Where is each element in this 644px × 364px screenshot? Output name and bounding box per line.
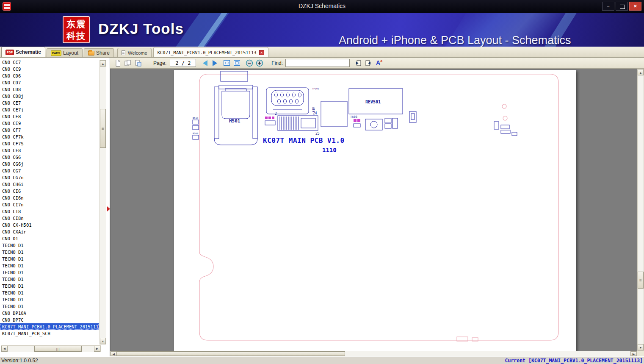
- list-item[interactable]: CNO CF8: [0, 147, 99, 154]
- logo-text-line1: 东震: [64, 18, 89, 30]
- brand-title: DZKJ Tools: [98, 20, 184, 37]
- scrollbar-thumb[interactable]: [100, 109, 106, 148]
- scroll-up-icon[interactable]: [638, 69, 644, 75]
- label-rev501: REV501: [365, 100, 381, 104]
- list-item[interactable]: CNO CD8: [0, 86, 99, 93]
- scroll-down-icon[interactable]: [100, 338, 106, 344]
- label-pin2: 2: [275, 112, 277, 116]
- tab-welcome[interactable]: Welcome: [117, 48, 152, 57]
- label-pin24: 24: [313, 111, 317, 115]
- component-right-parts: [409, 104, 517, 136]
- list-item[interactable]: CNO CI6n: [0, 195, 99, 201]
- zoom-out-icon[interactable]: [245, 59, 254, 67]
- list-item[interactable]: TECNO D1: [0, 303, 99, 310]
- list-item[interactable]: CNO CI8n: [0, 215, 99, 222]
- close-tab-icon[interactable]: [259, 50, 264, 55]
- scrollbar-thumb[interactable]: [34, 346, 82, 352]
- schematic-file-list: CNO CC7 CNO CC9 CNO CD6 CNO CD7 CNO CD8 …: [0, 59, 99, 345]
- list-item[interactable]: CNO CXAir: [0, 228, 99, 235]
- tab-layout[interactable]: PADS Layout: [47, 48, 83, 57]
- window-title: DZKJ Schematics: [0, 3, 644, 9]
- list-item[interactable]: TECNO D1: [0, 242, 99, 249]
- scroll-right-icon[interactable]: [94, 346, 100, 352]
- app-window: DZKJ Schematics 东震 科技 DZKJ Tools Android…: [0, 0, 644, 364]
- logo-text-line2: 科技: [64, 30, 89, 42]
- list-item[interactable]: CNO CE9: [0, 120, 99, 127]
- scroll-left-icon[interactable]: [1, 346, 8, 352]
- tab-current-label: KC07T_MANI_PCBV1.0_PLACEMENT_20151113: [158, 50, 257, 55]
- list-item[interactable]: CNO CG6j: [0, 161, 99, 167]
- list-item[interactable]: TECNO D1: [0, 296, 99, 303]
- find-input[interactable]: [285, 59, 350, 67]
- find-previous-icon[interactable]: [354, 59, 362, 67]
- tab-schematic[interactable]: PDF Schematic: [1, 47, 45, 57]
- document-horizontal-scrollbar[interactable]: [110, 351, 637, 356]
- list-item[interactable]: CNO CI7n: [0, 201, 99, 208]
- panel-splitter-handle[interactable]: [107, 206, 110, 211]
- label-b513: B513: [193, 117, 198, 119]
- list-item[interactable]: CNO CH6i: [0, 181, 99, 188]
- list-item[interactable]: CNO CG7n: [0, 174, 99, 181]
- list-item[interactable]: CNO CE8: [0, 113, 99, 120]
- minimize-button[interactable]: [602, 2, 614, 11]
- list-item[interactable]: CNO D1: [0, 235, 99, 242]
- font-size-icon[interactable]: Aa: [376, 59, 382, 66]
- document-viewport[interactable]: H501 TP201 SIM: [110, 69, 637, 351]
- close-button[interactable]: [629, 2, 641, 11]
- list-item[interactable]: TECNO D1: [0, 269, 99, 276]
- list-item[interactable]: CNO CG7: [0, 167, 99, 174]
- list-item[interactable]: TECNO D1: [0, 276, 99, 283]
- list-item[interactable]: CNO CF7k: [0, 133, 99, 140]
- list-item[interactable]: TECNO D1: [0, 289, 99, 296]
- list-item[interactable]: CNO CD7: [0, 79, 99, 86]
- single-page-icon[interactable]: [113, 59, 122, 67]
- maximize-button[interactable]: [616, 2, 628, 11]
- folder-icon: [88, 51, 94, 56]
- list-item[interactable]: CNO CI6: [0, 188, 99, 195]
- sidebar-vertical-scrollbar[interactable]: [100, 60, 106, 345]
- tab-share-label: Share: [96, 50, 110, 56]
- list-item[interactable]: CNO CC7: [0, 59, 99, 66]
- list-item[interactable]: CNO DP7C: [0, 317, 99, 323]
- list-item[interactable]: CNO CX-H501: [0, 222, 99, 228]
- scrollbar-thumb[interactable]: [116, 351, 345, 356]
- list-item[interactable]: KC07T_MANI_PCB_SCH: [0, 330, 99, 337]
- scroll-left-icon[interactable]: [111, 351, 117, 356]
- zoom-in-icon[interactable]: [255, 59, 264, 67]
- scroll-right-icon[interactable]: [630, 351, 637, 356]
- fit-width-icon[interactable]: [222, 59, 231, 67]
- document-vertical-scrollbar[interactable]: [637, 69, 644, 351]
- scrollbar-thumb[interactable]: [638, 272, 644, 289]
- sidebar-horizontal-scrollbar[interactable]: [1, 345, 101, 352]
- list-item[interactable]: CNO DP10A: [0, 310, 99, 317]
- page-input[interactable]: [170, 59, 196, 67]
- list-item[interactable]: TECNO D1: [0, 262, 99, 269]
- prev-page-icon[interactable]: [203, 60, 207, 66]
- component-t503-area: T503: [350, 115, 398, 130]
- label-h501: H501: [229, 118, 240, 124]
- list-item[interactable]: CNO CC9: [0, 66, 99, 72]
- tab-current-document[interactable]: KC07T_MANI_PCBV1.0_PLACEMENT_20151113: [153, 47, 268, 57]
- list-item[interactable]: CNO CF7: [0, 127, 99, 133]
- list-item[interactable]: KC07T_MANI_PCBV1.0_PLACEMENT_20151113: [0, 323, 99, 330]
- list-item[interactable]: CNO CD8j: [0, 93, 99, 100]
- list-item[interactable]: CNO CE7j: [0, 106, 99, 113]
- facing-pages-icon[interactable]: [124, 59, 132, 67]
- list-item[interactable]: CNO CF7S: [0, 140, 99, 147]
- fit-page-icon[interactable]: [232, 59, 241, 67]
- tab-welcome-label: Welcome: [128, 50, 147, 56]
- continuous-pages-icon[interactable]: [134, 59, 142, 67]
- list-item[interactable]: TECNO D1: [0, 256, 99, 262]
- list-item[interactable]: TECNO D1: [0, 249, 99, 256]
- list-item[interactable]: TECNO D1: [0, 283, 99, 289]
- scroll-down-icon[interactable]: [638, 344, 644, 350]
- list-item[interactable]: CNO CD6: [0, 72, 99, 79]
- label-pin25: 25: [315, 132, 320, 136]
- list-item[interactable]: CNO CG6: [0, 154, 99, 161]
- find-next-icon[interactable]: [364, 59, 373, 67]
- list-item[interactable]: CNO CE7: [0, 100, 99, 106]
- next-page-icon[interactable]: [213, 60, 217, 66]
- scroll-up-icon[interactable]: [100, 60, 106, 67]
- tab-share[interactable]: Share: [84, 48, 114, 57]
- list-item[interactable]: CNO CI8: [0, 208, 99, 215]
